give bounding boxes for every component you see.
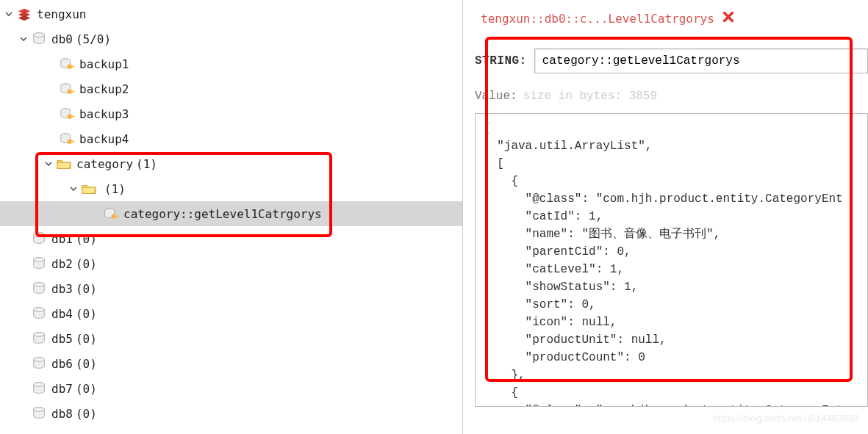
tree-label: category: [76, 157, 133, 171]
tab-key[interactable]: tengxun::db0::c...Level1Catrgorys: [475, 6, 741, 31]
tab-title: tengxun::db0::c...Level1Catrgorys: [481, 12, 714, 26]
db-icon: [31, 355, 47, 372]
tree-row-db[interactable]: db1 (0): [0, 226, 462, 251]
svg-point-18: [34, 233, 45, 237]
tree-label: backup2: [79, 82, 129, 96]
value-size-placeholder: size in bytes: 3859: [523, 90, 657, 103]
tree-row-db[interactable]: db3 (0): [0, 276, 462, 301]
tree-row-db[interactable]: db8 (0): [0, 401, 462, 426]
db-icon: [31, 31, 47, 47]
tree-label: db1: [51, 232, 73, 246]
db-icon: [31, 305, 47, 322]
tree-row-db0[interactable]: db0 (5/0): [0, 26, 462, 51]
tree-row-folder-subcategory[interactable]: (1): [0, 176, 462, 201]
tree-label: db8: [51, 407, 73, 421]
tree-count: (1): [104, 182, 126, 196]
tree-count: (0): [76, 357, 97, 371]
tree-row-db[interactable]: db2 (0): [0, 251, 462, 276]
svg-point-1: [34, 33, 45, 37]
string-label: STRING:: [475, 54, 527, 68]
tree-label: db4: [51, 307, 73, 321]
tree-label: db0: [51, 32, 73, 46]
tree-count: (0): [76, 232, 97, 246]
tree-row-db[interactable]: db4 (0): [0, 301, 462, 326]
svg-point-20: [34, 258, 45, 262]
tree-label: category::getLevel1Catrgorys: [123, 207, 322, 221]
chevron-down-icon: [68, 183, 79, 195]
tree-row-key[interactable]: backup1: [0, 51, 462, 76]
db-icon: [31, 380, 47, 397]
value-textarea[interactable]: [ "java.util.ArrayList", [ { "@class": "…: [475, 113, 868, 407]
tree-count: (0): [76, 332, 97, 346]
tree-row-db[interactable]: db7 (0): [0, 376, 462, 401]
db-icon: [31, 231, 47, 247]
key-db-icon: [103, 206, 119, 222]
key-name-input[interactable]: [534, 48, 868, 73]
svg-point-28: [34, 358, 45, 362]
chevron-down-icon: [3, 8, 15, 20]
svg-point-24: [34, 308, 45, 312]
tree-label: backup3: [79, 107, 129, 121]
tree-row-key[interactable]: backup3: [0, 101, 462, 126]
string-key-row: STRING:: [463, 48, 868, 73]
tree-panel: tengxun db0 (5/0) backup1 backup2: [0, 0, 463, 434]
value-label-row: Value: size in bytes: 3859: [463, 90, 868, 103]
svg-point-22: [34, 283, 45, 287]
db-icon: [31, 405, 47, 422]
tree-label: db5: [51, 332, 73, 346]
tree-count: (0): [76, 257, 97, 271]
tree-row-folder-category[interactable]: category (1): [0, 151, 462, 176]
key-db-icon: [59, 106, 75, 122]
tree-count: (0): [76, 307, 97, 321]
tree-label: db6: [51, 357, 73, 371]
svg-point-30: [34, 383, 45, 387]
tree-count: (0): [76, 382, 97, 396]
key-db-icon: [59, 56, 75, 72]
tree-row-key[interactable]: backup4: [0, 126, 462, 151]
chevron-down-icon: [43, 158, 54, 170]
chevron-down-icon: [18, 33, 29, 45]
tree-row-connection[interactable]: tengxun: [0, 1, 462, 26]
tree-label: tengxun: [37, 7, 86, 21]
tree-label: backup1: [79, 57, 129, 71]
tree-count: (0): [76, 407, 97, 421]
tree-count: (5/0): [76, 32, 111, 46]
svg-rect-13: [71, 141, 75, 142]
db-icon: [31, 281, 47, 297]
db-icon: [31, 256, 47, 272]
db-icon: [31, 330, 47, 347]
tree-row-db[interactable]: db6 (0): [0, 351, 462, 376]
svg-rect-4: [71, 66, 75, 68]
svg-point-26: [34, 333, 45, 337]
tree-count: (1): [136, 157, 157, 171]
redis-icon: [16, 6, 32, 22]
close-icon[interactable]: [722, 10, 735, 26]
tree-row-key[interactable]: backup2: [0, 76, 462, 101]
key-db-icon: [59, 131, 75, 147]
tree-row-key-selected[interactable]: category::getLevel1Catrgorys: [0, 201, 462, 226]
watermark: https://blog.csdn.net/u014493693: [713, 413, 859, 424]
svg-rect-10: [71, 116, 75, 117]
value-label: Value:: [475, 90, 517, 103]
svg-rect-7: [71, 91, 75, 93]
tree-label: db2: [51, 257, 73, 271]
folder-open-icon: [81, 181, 97, 197]
detail-panel: tengxun::db0::c...Level1Catrgorys STRING…: [463, 0, 868, 434]
tree-label: backup4: [79, 132, 129, 146]
svg-point-32: [34, 408, 45, 412]
tree-row-db[interactable]: db5 (0): [0, 326, 462, 351]
svg-rect-16: [115, 216, 119, 217]
tree-label: db3: [51, 282, 73, 296]
folder-open-icon: [56, 156, 72, 172]
key-db-icon: [59, 81, 75, 97]
tree-count: (0): [76, 282, 97, 296]
tree-label: db7: [51, 382, 73, 396]
